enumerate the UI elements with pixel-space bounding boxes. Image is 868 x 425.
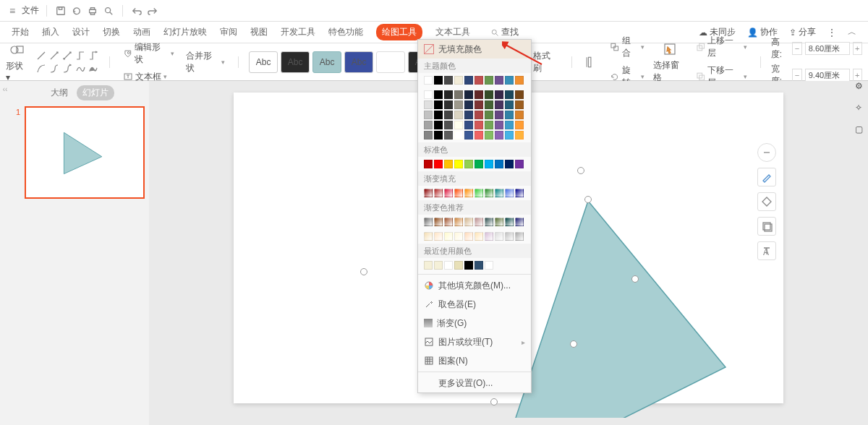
color-swatch[interactable]	[515, 111, 524, 119]
color-swatch[interactable]	[505, 189, 514, 197]
tab-transition[interactable]: 切换	[103, 22, 120, 43]
color-swatch[interactable]	[495, 90, 503, 99]
resize-handle[interactable]	[631, 275, 639, 283]
color-swatch[interactable]	[495, 189, 503, 197]
tab-dev[interactable]: 开发工具	[281, 22, 315, 43]
other-colors-option[interactable]: 其他填充颜色(M)...	[418, 276, 531, 295]
color-swatch[interactable]	[454, 261, 463, 270]
color-swatch[interactable]	[444, 100, 453, 109]
height-minus-button[interactable]: −	[792, 42, 801, 55]
group-button[interactable]: 组合▾	[607, 33, 647, 61]
standard-color-row[interactable]	[418, 157, 531, 171]
color-swatch[interactable]	[444, 232, 453, 241]
color-swatch[interactable]	[454, 100, 463, 109]
color-swatch[interactable]	[424, 232, 433, 241]
color-swatch[interactable]	[505, 90, 514, 99]
color-swatch[interactable]	[444, 111, 453, 119]
color-swatch[interactable]	[444, 189, 453, 197]
color-swatch[interactable]	[434, 111, 443, 119]
color-swatch[interactable]	[444, 76, 453, 85]
color-swatch[interactable]	[495, 232, 503, 241]
color-swatch[interactable]	[424, 160, 433, 168]
color-swatch[interactable]	[434, 261, 443, 270]
layer-tool-icon[interactable]	[757, 217, 776, 236]
color-swatch[interactable]	[434, 218, 443, 226]
color-swatch[interactable]	[464, 218, 473, 226]
recent-color-row[interactable]	[418, 258, 531, 272]
color-swatch[interactable]	[444, 90, 453, 99]
undo-icon[interactable]	[130, 4, 143, 17]
height-plus-button[interactable]: +	[853, 42, 862, 55]
color-swatch[interactable]	[505, 121, 514, 129]
tab-start[interactable]: 开始	[12, 22, 29, 43]
color-swatch[interactable]	[515, 100, 524, 109]
color-swatch[interactable]	[485, 160, 493, 168]
gradient-rec-row1[interactable]	[418, 215, 531, 229]
color-swatch[interactable]	[454, 218, 463, 226]
color-swatch[interactable]	[475, 121, 483, 129]
color-swatch[interactable]	[515, 189, 524, 197]
color-swatch[interactable]	[485, 232, 493, 241]
color-swatch[interactable]	[464, 90, 473, 99]
color-swatch[interactable]	[505, 131, 514, 139]
color-swatch[interactable]	[495, 76, 503, 85]
color-swatch[interactable]	[444, 261, 453, 270]
text-tool-icon[interactable]: A	[757, 241, 776, 260]
color-swatch[interactable]	[515, 232, 524, 241]
color-swatch[interactable]	[495, 100, 503, 109]
color-swatch[interactable]	[495, 131, 503, 139]
color-swatch[interactable]	[444, 131, 453, 139]
rail-star-icon[interactable]: ✧	[855, 103, 862, 113]
resize-handle[interactable]	[570, 340, 577, 348]
pen-tool-icon[interactable]	[757, 168, 776, 186]
width-input[interactable]	[805, 69, 850, 82]
color-swatch[interactable]	[424, 100, 433, 109]
color-swatch[interactable]	[475, 218, 483, 226]
color-swatch[interactable]	[464, 100, 473, 109]
color-swatch[interactable]	[464, 111, 473, 119]
color-swatch[interactable]	[434, 189, 443, 197]
color-swatch[interactable]	[434, 131, 443, 139]
color-swatch[interactable]	[424, 76, 433, 85]
color-swatch[interactable]	[454, 160, 463, 168]
color-swatch[interactable]	[424, 189, 433, 197]
tab-feature[interactable]: 特色功能	[328, 22, 363, 43]
color-swatch[interactable]	[434, 100, 443, 109]
color-swatch[interactable]	[475, 131, 483, 139]
color-swatch[interactable]	[515, 131, 524, 139]
color-swatch[interactable]	[505, 232, 514, 241]
line-gallery[interactable]	[35, 50, 99, 74]
slide-thumbnail[interactable]: 1	[25, 106, 145, 199]
redo-icon[interactable]	[146, 4, 159, 17]
color-swatch[interactable]	[505, 160, 514, 168]
eyedropper-option[interactable]: 取色器(E)	[418, 295, 531, 314]
pattern-option[interactable]: 图案(N)	[418, 351, 531, 370]
sidebar-collapse-icon[interactable]: ‹‹	[0, 81, 10, 425]
color-swatch[interactable]	[495, 160, 503, 168]
texture-option[interactable]: 图片或纹理(T)▸	[418, 332, 531, 351]
color-swatch[interactable]	[424, 90, 433, 99]
width-plus-button[interactable]: +	[853, 69, 862, 82]
color-swatch[interactable]	[515, 76, 524, 85]
color-swatch[interactable]	[485, 76, 493, 85]
color-swatch[interactable]	[424, 218, 433, 226]
color-swatch[interactable]	[464, 121, 473, 129]
color-swatch[interactable]	[444, 218, 453, 226]
color-swatch[interactable]	[475, 90, 483, 99]
rail-library-icon[interactable]: ▢	[855, 124, 863, 134]
color-swatch[interactable]	[475, 160, 483, 168]
width-minus-button[interactable]: −	[792, 69, 801, 82]
tab-view[interactable]: 视图	[250, 22, 268, 43]
color-swatch[interactable]	[434, 121, 443, 129]
color-swatch[interactable]	[444, 121, 453, 129]
color-swatch[interactable]	[485, 90, 493, 99]
shape-gallery-button[interactable]: 形状 ▾	[6, 41, 30, 82]
color-swatch[interactable]	[495, 218, 503, 226]
height-input[interactable]	[805, 42, 850, 55]
color-swatch[interactable]	[464, 261, 473, 270]
color-swatch[interactable]	[424, 111, 433, 119]
tab-insert[interactable]: 插入	[42, 22, 59, 43]
color-swatch[interactable]	[485, 189, 493, 197]
color-swatch[interactable]	[505, 100, 514, 109]
color-swatch[interactable]	[434, 160, 443, 168]
